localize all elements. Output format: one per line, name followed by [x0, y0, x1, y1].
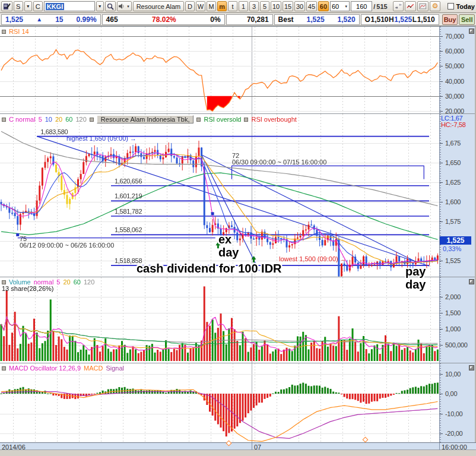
period-button-D[interactable]: D	[185, 1, 195, 11]
interval-button-15[interactable]: 15	[283, 1, 293, 11]
interval-button-60[interactable]: 60	[318, 1, 329, 11]
toolbar: S ▼ C KKGI ▼ ▼ Resource Alam D W M m t 1…	[0, 0, 476, 13]
window-bottom-strip	[0, 450, 476, 456]
panel-toggle-button[interactable]	[90, 118, 94, 122]
ma10-label[interactable]: 10	[45, 116, 52, 123]
axis-zoom-icon[interactable]	[469, 28, 474, 34]
today-checkbox[interactable]	[448, 3, 454, 10]
axis-tick-label: 1,575	[445, 218, 461, 225]
axis-tick-label: 60,000	[445, 48, 464, 55]
interval-button-5[interactable]: 5	[260, 1, 269, 11]
axis-tick	[440, 163, 443, 163]
code-button[interactable]: C	[33, 1, 43, 11]
screen-mode-button[interactable]: S	[14, 1, 23, 11]
today-label: Today	[456, 3, 475, 10]
interval-select-value: 60	[332, 3, 339, 10]
axis-zoom-icon[interactable]	[469, 279, 474, 284]
axis-zoom-icon[interactable]	[469, 365, 474, 370]
interval-button-30[interactable]: 30	[294, 1, 305, 11]
ma120-label[interactable]: 120	[76, 116, 87, 123]
screen-mode-dropdown-icon[interactable]: ▼	[24, 1, 32, 11]
low-value: 1,510	[417, 15, 435, 24]
panel-toggle-button[interactable]	[2, 366, 6, 370]
panel-toggle-button[interactable]	[196, 118, 201, 122]
current-price-tag: 1,525	[440, 236, 471, 245]
search-icon[interactable]	[105, 1, 116, 11]
vma5-label[interactable]: 5	[56, 278, 60, 286]
vma120-label[interactable]: 120	[84, 278, 94, 286]
volume-axis[interactable]: 2,0001,5001,000500,000	[439, 277, 475, 363]
axis-tick	[440, 111, 443, 112]
annotation-arrow-icon: →	[130, 135, 137, 142]
axis-tick	[440, 297, 443, 297]
signal-line-label[interactable]: Signal	[106, 365, 124, 372]
interval-button-10[interactable]: 10	[271, 1, 281, 11]
panel-toggle-button[interactable]	[2, 280, 6, 284]
dividend-annotation: cash dividend for 100 IDR	[137, 262, 282, 275]
app-logo-icon[interactable]	[1, 1, 12, 11]
macd-axis[interactable]: 10,000,00-10,00-20,00	[439, 363, 475, 442]
instrument-name-box[interactable]: Resource Alam Indonesia Tbk,	[97, 115, 194, 124]
interval-select[interactable]: 60▼	[330, 1, 350, 11]
ma20-label[interactable]: 20	[55, 116, 62, 123]
axis-tick-label: 40,000	[445, 78, 464, 85]
axis-tick-label: 500,000	[445, 341, 468, 349]
macd-oscillator-label[interactable]: MACD Oscillator 12,26,9	[9, 365, 81, 372]
ma5-label[interactable]: 5	[39, 116, 42, 123]
axis-tick	[440, 221, 443, 222]
price-level-label: 1,620,656	[115, 178, 142, 185]
buy-button[interactable]: Buy	[442, 14, 458, 25]
period-button-minute[interactable]: m	[217, 1, 227, 11]
annotation-arrow-icon: →	[340, 255, 347, 262]
period-button-W[interactable]: W	[196, 1, 205, 11]
axis-tick	[440, 202, 443, 202]
symbol-dropdown-icon[interactable]: ▼	[96, 1, 104, 11]
bars-count-input[interactable]	[351, 1, 372, 11]
macd-plot-canvas[interactable]	[0, 363, 439, 443]
range1-period: 06/12 09:00:00 ~ 06/26 16:00:00	[20, 242, 114, 249]
candle-indicator-label[interactable]: C normal	[9, 116, 36, 123]
ma60-label[interactable]: 60	[65, 116, 72, 123]
sell-button[interactable]: Sell	[459, 14, 475, 25]
instrument-name-button[interactable]: Resource Alam	[133, 1, 184, 11]
panel-toggle-button[interactable]	[244, 118, 248, 122]
symbol-input[interactable]: KKGI	[44, 1, 95, 11]
alert-sound-icon[interactable]: ▼	[117, 1, 132, 11]
chart-type-icon[interactable]	[405, 1, 416, 11]
period-button-tick[interactable]: t	[228, 1, 237, 11]
chart-snapshot-icon[interactable]	[417, 1, 429, 11]
vma60-label[interactable]: 60	[74, 278, 81, 286]
panel-toggle-button[interactable]	[2, 30, 6, 34]
axis-tick-label: 30,000	[445, 93, 464, 100]
period-button-M[interactable]: M	[207, 1, 216, 11]
date-axis[interactable]: 2014/06 07 16:00:00	[0, 442, 476, 450]
rsi-overbought-label[interactable]: RSI overbought	[251, 116, 296, 123]
axis-tick	[440, 143, 443, 144]
price-panel-header: C normal 5 10 20 60 120 Resource Alam In…	[2, 115, 297, 124]
quote-bar: 1,525 ▲ 15 0.99% 465 78.02% 0% 70,281 Be…	[0, 13, 476, 26]
pan-mode-icon[interactable]	[393, 1, 404, 11]
macd-panel-header: MACD Oscillator 12,26,9 MACD Signal	[2, 365, 124, 372]
open-value: 1,510	[370, 15, 388, 24]
interval-button-3[interactable]: 3	[249, 1, 259, 11]
interval-button-45[interactable]: 45	[306, 1, 317, 11]
up-arrow-icon: ▲	[36, 16, 42, 23]
axis-tick	[440, 374, 443, 375]
axis-tick-label: 1,625	[445, 179, 461, 186]
rsi-plot-canvas[interactable]	[0, 26, 439, 114]
vma20-label[interactable]: 20	[63, 278, 70, 286]
bars-slash-label: /	[373, 3, 375, 10]
volume-plot-canvas[interactable]	[0, 277, 439, 363]
axis-tick	[440, 433, 443, 434]
macd-line-label[interactable]: MACD	[84, 365, 103, 372]
last-price: 1,525	[5, 15, 23, 24]
rsi-oversold-label[interactable]: RSI oversold	[204, 116, 241, 123]
panel-toggle-button[interactable]	[2, 118, 6, 122]
rsi-value-axis[interactable]: 70,00060,00050,00040,00030,00020,000	[439, 26, 475, 113]
axis-tick-label: -20,00	[445, 430, 462, 437]
settings-gear-icon[interactable]: ⚙	[430, 1, 441, 11]
volume-lots: 465	[106, 15, 118, 24]
axis-tick-label: 1,675	[445, 140, 461, 147]
rsi-indicator-label[interactable]: RSI 14	[9, 28, 29, 35]
interval-button-1[interactable]: 1	[239, 1, 248, 11]
